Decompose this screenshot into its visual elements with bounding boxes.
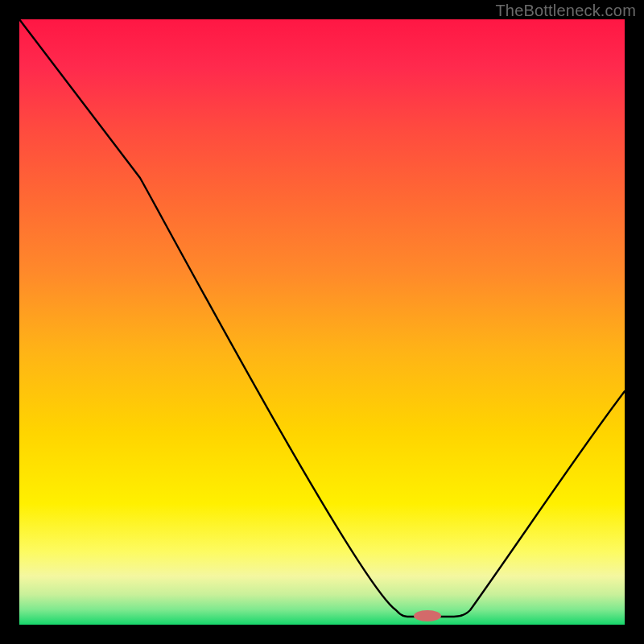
watermark-text: TheBottleneck.com [495, 2, 636, 20]
plot-area [19, 19, 625, 625]
chart-svg [19, 19, 625, 625]
chart-frame: TheBottleneck.com [0, 0, 644, 644]
gradient-background [19, 19, 625, 625]
optimal-marker [414, 610, 441, 621]
